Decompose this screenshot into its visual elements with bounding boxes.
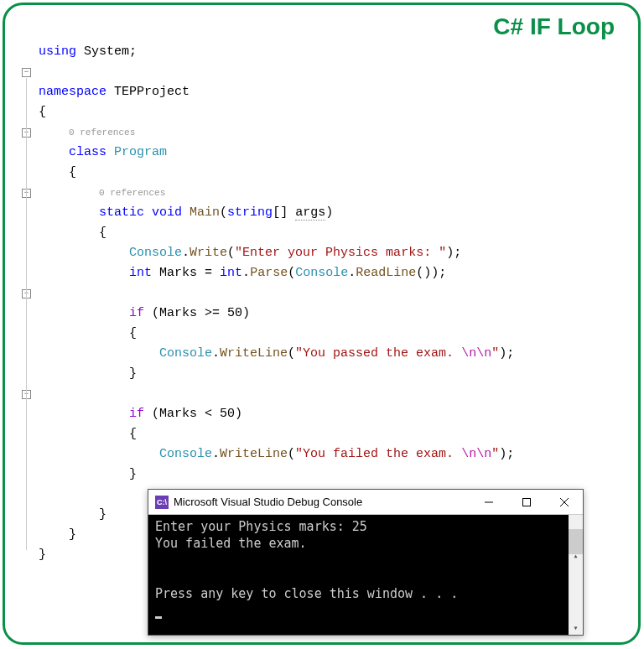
fold-gutter: − − − − − <box>22 22 34 567</box>
keyword-using: using <box>39 44 76 59</box>
scrollbar[interactable]: ▴ ▾ <box>569 515 583 635</box>
escape-sequence: \n\n <box>461 346 491 361</box>
codelens-refs[interactable]: 0 references <box>69 127 135 138</box>
minimize-button[interactable] <box>470 490 507 515</box>
cursor-icon <box>155 616 162 619</box>
main-frame: C# IF Loop − − − − − using System; names… <box>3 3 641 645</box>
escape-sequence: \n\n <box>461 447 491 461</box>
keyword-if: if <box>129 306 144 320</box>
scroll-down-icon[interactable]: ▾ <box>569 620 583 635</box>
console-title-text: Microsoft Visual Studio Debug Console <box>174 496 470 508</box>
namespace-name: TEPProject <box>114 85 190 99</box>
close-button[interactable] <box>545 490 583 515</box>
keyword-if: if <box>129 407 144 421</box>
method-name: Main <box>190 205 220 220</box>
keyword-namespace: namespace <box>39 85 106 99</box>
code-content: using System; namespace TEPProject { 0 r… <box>39 22 514 565</box>
console-line: Press any key to close this window . . . <box>155 586 458 601</box>
identifier: System <box>84 44 129 59</box>
console-titlebar[interactable]: C:\ Microsoft Visual Studio Debug Consol… <box>148 490 583 515</box>
console-output: Enter your Physics marks: 25 You failed … <box>148 515 583 635</box>
maximize-button[interactable] <box>507 490 545 515</box>
keyword-class: class <box>69 145 106 159</box>
scroll-thumb[interactable] <box>569 529 583 554</box>
codelens-refs[interactable]: 0 references <box>99 188 165 198</box>
class-name: Program <box>114 145 167 159</box>
svg-rect-1 <box>522 498 530 506</box>
debug-console-window: C:\ Microsoft Visual Studio Debug Consol… <box>148 489 584 636</box>
fold-icon[interactable]: − <box>22 68 31 77</box>
console-line: Enter your Physics marks: 25 <box>155 519 367 534</box>
console-icon: C:\ <box>155 496 169 509</box>
code-editor[interactable]: − − − − − using System; namespace TEPPro… <box>22 22 52 102</box>
console-line: You failed the exam. <box>155 536 307 551</box>
string-literal: "Enter your Physics marks: " <box>235 246 446 260</box>
param-args: args <box>295 205 325 221</box>
fold-line <box>26 78 27 550</box>
